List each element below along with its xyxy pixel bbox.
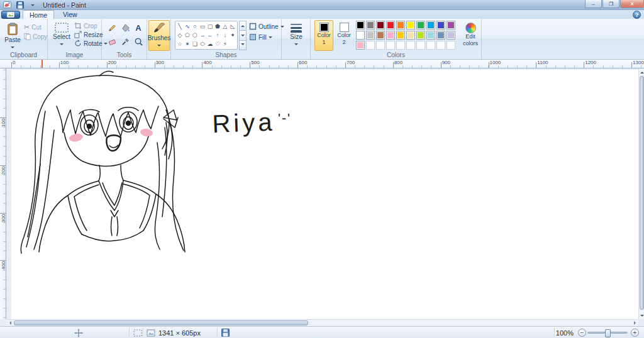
- palette-swatch[interactable]: [436, 31, 445, 40]
- fill-button[interactable]: Fill: [249, 33, 272, 41]
- shape-polygon[interactable]: ⬟: [215, 24, 220, 30]
- shape-arrow-right[interactable]: →: [200, 33, 206, 38]
- paint-menu-button[interactable]: [1, 11, 20, 19]
- zoom-in-button[interactable]: +: [631, 329, 639, 337]
- shape-line[interactable]: ╲: [178, 24, 181, 30]
- palette-swatch[interactable]: [386, 41, 395, 50]
- zoom-slider[interactable]: [587, 332, 628, 334]
- palette-swatch[interactable]: [447, 31, 455, 40]
- shape-star-five[interactable]: ☆: [177, 41, 182, 47]
- palette-swatch[interactable]: [447, 41, 455, 50]
- edit-colors-button[interactable]: Edit colors: [460, 20, 480, 51]
- pencil-tool-button[interactable]: [106, 21, 118, 34]
- zoom-slider-thumb[interactable]: [605, 329, 611, 337]
- vertical-scrollbar-thumb[interactable]: [640, 76, 644, 310]
- shape-rounded-rectangle[interactable]: ▢: [208, 24, 213, 30]
- shape-callout-rect[interactable]: ❏: [192, 41, 197, 47]
- save-disk-icon: [16, 1, 24, 9]
- tab-view[interactable]: View: [57, 10, 84, 19]
- shape-pentagon[interactable]: ⬠: [185, 33, 190, 38]
- save-button[interactable]: [14, 1, 25, 9]
- gallery-expand-button[interactable]: [239, 40, 247, 50]
- crop-button[interactable]: Crop: [74, 22, 97, 30]
- palette-swatch[interactable]: [356, 21, 365, 30]
- paint-app-icon[interactable]: [2, 1, 13, 9]
- palette-swatch[interactable]: [376, 41, 385, 50]
- palette-swatch[interactable]: [366, 31, 375, 40]
- scroll-up-button[interactable]: [639, 68, 644, 75]
- palette-swatch[interactable]: [406, 31, 415, 40]
- palette-swatch[interactable]: [356, 41, 365, 50]
- horizontal-scrollbar-thumb[interactable]: [14, 320, 308, 325]
- magnifier-tool-button[interactable]: [132, 35, 145, 48]
- scroll-left-button[interactable]: [6, 320, 13, 326]
- shape-ellipse[interactable]: ○: [193, 24, 196, 30]
- palette-swatch[interactable]: [416, 41, 425, 50]
- eraser-tool-button[interactable]: [106, 35, 118, 48]
- palette-swatch[interactable]: [366, 41, 375, 50]
- palette-swatch[interactable]: [436, 21, 445, 30]
- palette-swatch[interactable]: [416, 31, 425, 40]
- horizontal-scrollbar[interactable]: [6, 319, 638, 326]
- palette-swatch[interactable]: [406, 21, 415, 30]
- color2-button[interactable]: Color 2: [335, 20, 353, 51]
- shape-hexagon[interactable]: ⬡: [192, 33, 197, 38]
- minimize-button[interactable]: –: [585, 0, 602, 8]
- shape-triangle[interactable]: △: [223, 24, 228, 30]
- shape-heart[interactable]: ♡: [215, 41, 220, 47]
- paste-button[interactable]: Paste: [3, 20, 23, 51]
- scroll-right-button[interactable]: [631, 320, 638, 326]
- palette-swatch[interactable]: [366, 21, 375, 30]
- vertical-scrollbar[interactable]: [638, 68, 644, 319]
- paint-canvas[interactable]: Riya '-': [11, 70, 638, 319]
- shape-arrow-down[interactable]: ↓: [224, 33, 227, 38]
- palette-swatch[interactable]: [396, 21, 405, 30]
- palette-swatch[interactable]: [386, 31, 395, 40]
- shape-curve[interactable]: ∿: [185, 24, 190, 30]
- help-button[interactable]: ?: [633, 11, 641, 19]
- palette-swatch[interactable]: [376, 21, 385, 30]
- shape-callout-oval[interactable]: ⬭: [200, 41, 205, 47]
- scroll-down-button[interactable]: [639, 312, 644, 319]
- fill-tool-button[interactable]: [119, 21, 131, 34]
- tab-home[interactable]: Home: [23, 10, 54, 19]
- palette-swatch[interactable]: [416, 21, 425, 30]
- palette-swatch[interactable]: [436, 41, 445, 50]
- copy-button[interactable]: Copy: [24, 33, 47, 40]
- brushes-button[interactable]: Brushes: [148, 20, 170, 51]
- palette-swatch[interactable]: [426, 31, 435, 40]
- select-button[interactable]: Select: [51, 20, 72, 51]
- maximize-button[interactable]: ❐: [602, 0, 619, 8]
- shape-rectangle[interactable]: ▭: [200, 24, 206, 30]
- shape-arrow-up[interactable]: ↑: [216, 33, 219, 38]
- palette-swatch[interactable]: [396, 31, 405, 40]
- palette-swatch[interactable]: [356, 31, 365, 40]
- palette-swatch[interactable]: [406, 41, 415, 50]
- quick-access-dropdown-button[interactable]: [27, 1, 38, 9]
- gallery-scroll-up-button[interactable]: [239, 21, 247, 31]
- canvas-text: Riya: [212, 108, 276, 138]
- palette-swatch[interactable]: [426, 21, 435, 30]
- zoom-out-button[interactable]: −: [578, 329, 586, 337]
- close-button[interactable]: ✕: [620, 0, 644, 8]
- palette-swatch[interactable]: [426, 41, 435, 50]
- palette-swatch[interactable]: [376, 31, 385, 40]
- size-button[interactable]: Size: [286, 20, 307, 51]
- shape-diamond[interactable]: ◇: [178, 33, 182, 38]
- color1-button[interactable]: Color 1: [314, 20, 333, 51]
- shape-callout-cloud[interactable]: ☁: [208, 41, 213, 47]
- resize-button[interactable]: Resize: [74, 31, 103, 38]
- shape-arrow-left[interactable]: ←: [208, 33, 213, 38]
- shape-star-four[interactable]: ✦: [230, 33, 235, 38]
- shape-lightning[interactable]: ⚡: [223, 41, 227, 47]
- shape-right-triangle[interactable]: ◺: [231, 24, 235, 30]
- palette-swatch[interactable]: [396, 41, 405, 50]
- palette-swatch[interactable]: [386, 21, 395, 30]
- text-tool-button[interactable]: A: [132, 21, 145, 34]
- outline-button[interactable]: Outline: [249, 23, 284, 30]
- cut-button[interactable]: ✂ Cut: [24, 23, 42, 31]
- color-picker-tool-button[interactable]: [119, 35, 131, 48]
- gallery-scroll-down-button[interactable]: [239, 30, 247, 40]
- shape-star-six[interactable]: ✶: [185, 41, 190, 47]
- palette-swatch[interactable]: [447, 21, 455, 30]
